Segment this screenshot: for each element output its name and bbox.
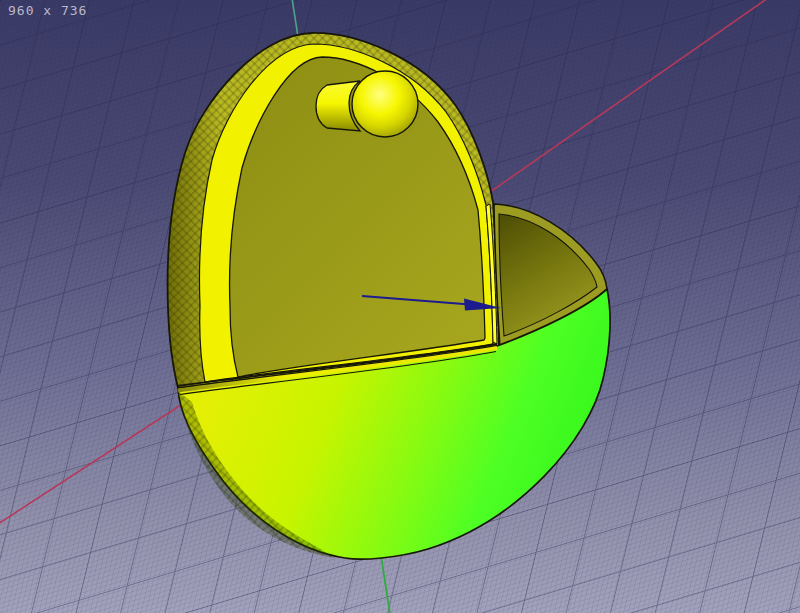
scene-canvas[interactable] <box>0 0 800 613</box>
3d-viewport[interactable]: 960 x 736 <box>0 0 800 613</box>
knob-sphere[interactable] <box>352 71 418 137</box>
viewport-size-label: 960 x 736 <box>8 3 87 18</box>
